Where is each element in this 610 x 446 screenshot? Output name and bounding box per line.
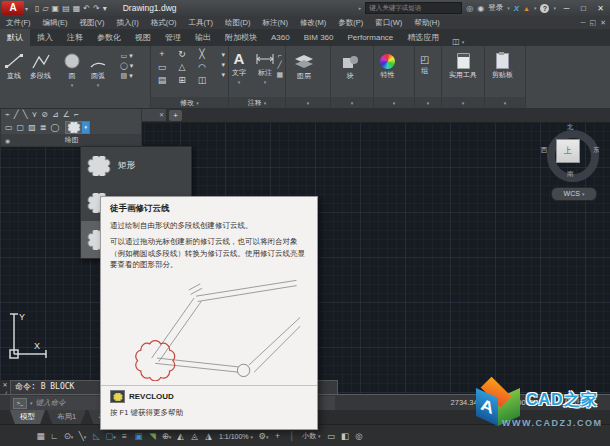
panel-title-layers[interactable]: ▾ xyxy=(286,97,330,108)
modify-tool-icon[interactable]: ↻ xyxy=(175,49,189,59)
graphics-performance-icon[interactable]: ◧ xyxy=(339,429,352,443)
panel-title-annotate[interactable]: 注释 ▾ xyxy=(229,97,285,108)
annotation-scale-icon[interactable]: ◮ xyxy=(202,429,215,443)
line-button[interactable]: 直线 xyxy=(4,52,24,81)
modify-tool-icon[interactable]: ▤ xyxy=(155,75,169,85)
modify-tool-icon[interactable]: ◫ xyxy=(195,75,209,85)
new-tab-button[interactable]: + xyxy=(169,110,182,121)
viewcube-west-label[interactable]: 西 xyxy=(541,146,548,155)
menu-item[interactable]: 编辑(E) xyxy=(37,16,74,29)
doc-restore-button[interactable]: ◱ xyxy=(590,19,597,27)
modify-more-chevron-icon[interactable]: ▾ xyxy=(221,61,225,69)
ribbon-tab[interactable]: 注释 xyxy=(60,29,90,46)
ribbon-tab[interactable]: 参数化 xyxy=(90,29,128,46)
draw-extra-tool-icon[interactable]: ⊿ xyxy=(52,110,59,119)
draw-extra-tool-icon[interactable]: ∠ xyxy=(63,110,70,119)
text-button[interactable]: A 文字 ▾ xyxy=(232,51,246,85)
add-scales-icon[interactable]: + xyxy=(271,429,284,443)
help-chevron-icon[interactable]: ▾ xyxy=(553,5,556,11)
modify-tool-icon[interactable]: △ xyxy=(175,62,189,72)
minimize-button[interactable]: ─ xyxy=(560,4,573,13)
ribbon-tab[interactable]: 输出 xyxy=(188,29,218,46)
menu-item[interactable]: 帮助(H) xyxy=(408,16,445,29)
clipboard-button[interactable]: 剪贴板 xyxy=(492,53,513,80)
save-icon[interactable]: ▣ xyxy=(52,4,60,13)
viewcube[interactable]: 上 北 东 南 西 xyxy=(541,124,605,188)
menu-item[interactable]: 工具(T) xyxy=(183,16,220,29)
application-menu-button[interactable]: A xyxy=(2,1,24,15)
panel-title-block[interactable]: ▾ xyxy=(331,97,373,108)
draw-extra-tool-icon[interactable]: ⌐ xyxy=(74,110,79,119)
menu-item[interactable]: 参数(P) xyxy=(332,16,369,29)
command-prompt-icon[interactable]: >_ xyxy=(13,398,27,409)
transparency-icon[interactable]: ▣ xyxy=(132,429,145,443)
qat-dropdown-icon[interactable]: ▾ xyxy=(103,4,107,13)
annotation-settings-icon[interactable]: ⚙▾ xyxy=(257,429,270,443)
autoscale-icon[interactable]: ◬ xyxy=(188,429,201,443)
menu-item[interactable]: 窗口(W) xyxy=(369,16,408,29)
circle-button[interactable]: 圆 ▾ xyxy=(62,52,82,88)
close-button[interactable]: ✕ xyxy=(594,4,607,13)
hatch-tool-icon[interactable]: ▨ ▾ xyxy=(121,72,133,80)
units-control[interactable]: 小数 ▾ xyxy=(299,431,323,441)
draw-extra-tool-icon[interactable]: ▭ xyxy=(5,123,13,132)
ribbon-options-chevron-icon[interactable]: ▾ xyxy=(462,39,465,45)
redo-icon[interactable]: ↷ xyxy=(93,4,100,13)
object-snap-tracking-icon[interactable]: ╲▾ xyxy=(76,429,89,443)
layout-tab[interactable]: 模型 xyxy=(10,410,45,424)
panel-title-clipboard[interactable]: ▾ xyxy=(485,97,525,108)
command-recent-chevron-icon[interactable]: ▾ xyxy=(30,400,33,406)
modify-tool-icon[interactable]: ◠ xyxy=(195,62,209,72)
utilities-button[interactable]: 实用工具 xyxy=(449,53,477,80)
menu-item[interactable]: 插入(I) xyxy=(111,16,145,29)
chevron-down-icon[interactable]: ▾ xyxy=(71,434,74,440)
title-chevron-right-icon[interactable]: ▸ xyxy=(359,5,362,11)
leader-tool-icon[interactable]: ⌐ xyxy=(278,52,282,59)
layout-tab[interactable]: 布局1 xyxy=(47,410,86,424)
polar-tracking-icon[interactable]: ⊙▾ xyxy=(62,429,75,443)
draw-extra-tool-icon[interactable]: ⌁ xyxy=(5,110,10,119)
plot-icon[interactable]: ▦ xyxy=(73,4,81,13)
group-button[interactable]: ◰ 组 xyxy=(420,54,429,76)
ribbon-tab[interactable]: 管理 xyxy=(158,29,188,46)
draw-extra-tool-icon[interactable]: ≣ xyxy=(40,123,47,132)
ribbon-tab[interactable]: Performance xyxy=(340,29,400,46)
open-file-icon[interactable]: ▱ xyxy=(42,4,48,13)
ribbon-tab[interactable]: A360 xyxy=(264,29,297,46)
draw-extra-tool-icon[interactable]: ◯ xyxy=(50,123,59,132)
command-close-icon[interactable]: ✕ xyxy=(2,382,7,388)
modify-more-chevron-icon[interactable]: ▾ xyxy=(221,71,225,79)
exchange-apps-icon[interactable]: X xyxy=(514,4,519,13)
menu-item[interactable]: 绘图(D) xyxy=(219,16,256,29)
menu-item[interactable]: 标注(N) xyxy=(257,16,294,29)
signin-chevron-icon[interactable]: ▾ xyxy=(507,5,510,11)
modify-tool-icon[interactable]: ╳ xyxy=(195,49,209,59)
scale-control[interactable]: 1:1/100% ▾ xyxy=(216,433,256,440)
arc-chevron-icon[interactable]: ▾ xyxy=(97,82,100,88)
object-snap-icon[interactable]: ▢▾ xyxy=(104,429,117,443)
draw-extra-tool-icon[interactable]: ╲ xyxy=(23,110,28,119)
annotation-visibility-icon[interactable]: ◭ xyxy=(174,429,187,443)
help-icon[interactable]: ? xyxy=(540,4,549,13)
save-as-icon[interactable]: ▤ xyxy=(62,4,70,13)
search-icon[interactable]: ◎ xyxy=(466,4,473,13)
app-menu-chevron-icon[interactable]: ▾ xyxy=(25,5,28,12)
doc-close-button[interactable]: ✕ xyxy=(600,19,606,27)
isolate-objects-icon[interactable]: ◎ xyxy=(353,429,366,443)
ribbon-tab[interactable]: 附加模块 xyxy=(218,29,264,46)
chevron-down-icon[interactable]: ▾ xyxy=(169,434,172,440)
multileader-tool-icon[interactable]: ╱ xyxy=(278,61,282,69)
workspace-switch-icon[interactable]: ◫ xyxy=(452,37,460,46)
properties-button[interactable]: 特性 xyxy=(380,54,395,80)
draw-extra-tool-icon[interactable]: ⋎ xyxy=(31,110,37,119)
maximize-button[interactable]: □ xyxy=(577,4,590,13)
draw-extra-tool-icon[interactable]: ╱ xyxy=(14,110,19,119)
grid-display-icon[interactable]: ▦ xyxy=(34,429,47,443)
block-button[interactable]: 块 xyxy=(341,54,359,81)
lineweight-icon[interactable]: ≡ xyxy=(118,429,131,443)
menu-item[interactable]: 视图(V) xyxy=(74,16,111,29)
layers-button[interactable]: 图层 xyxy=(294,54,314,81)
panel-title-utilities[interactable]: ▾ xyxy=(442,97,484,108)
panel-title-modify[interactable]: 修改 ▾ xyxy=(151,97,228,108)
panel-title-properties[interactable]: ▾ xyxy=(374,97,414,108)
